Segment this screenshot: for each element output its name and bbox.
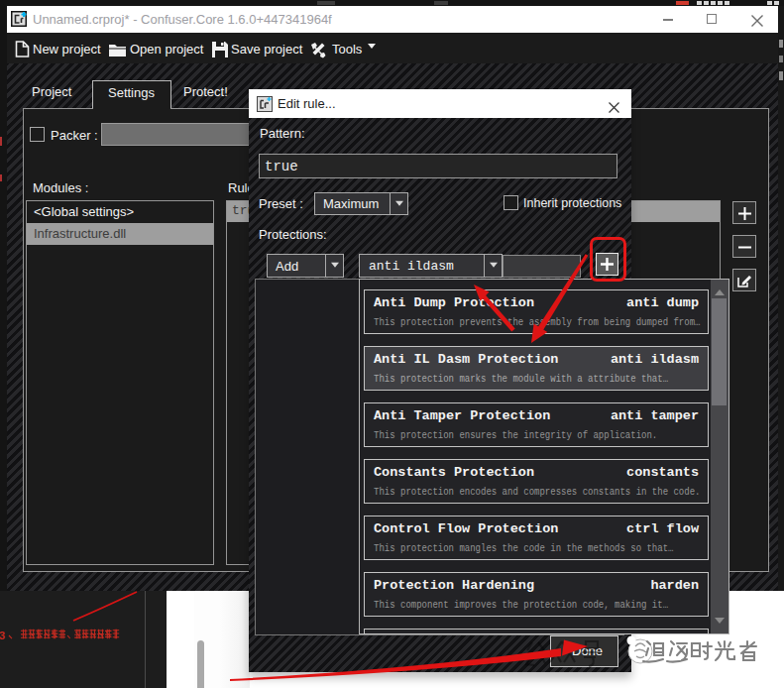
svg-text:3: 3 [0,630,5,641]
